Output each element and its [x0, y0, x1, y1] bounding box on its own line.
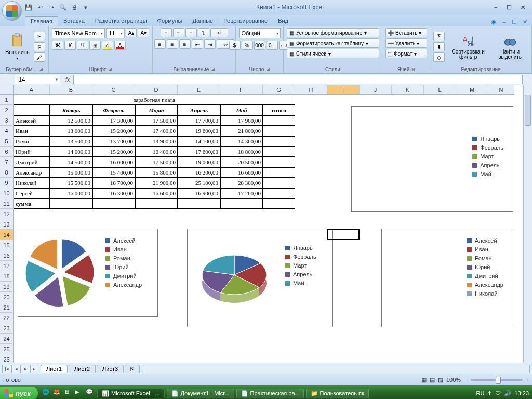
decrease-indent-button[interactable]: ⇤ [192, 39, 203, 49]
row-header-26[interactable]: 26 [0, 354, 14, 363]
cell[interactable] [263, 126, 295, 136]
view-normal-button[interactable]: ▦ [421, 377, 427, 383]
ribbon-tab-3[interactable]: Формулы [152, 16, 188, 26]
save-icon[interactable]: 💾 [24, 3, 33, 12]
cell[interactable]: 15 500,00 [50, 178, 92, 188]
autosum-button[interactable]: Σ [433, 32, 445, 41]
cell[interactable] [263, 198, 295, 209]
cell[interactable]: 13 900,00 [135, 136, 178, 147]
cell[interactable]: 12 500,00 [50, 115, 92, 126]
paste-button[interactable]: Вставить ▾ [3, 32, 32, 62]
cell[interactable]: 19 600,00 [178, 126, 220, 136]
taskbar-item[interactable]: 📄Документ1 - Micr... [167, 389, 234, 398]
cell[interactable] [263, 136, 295, 147]
taskbar-item[interactable]: 📁Пользователь пк [306, 389, 369, 398]
col-header-I[interactable]: I [327, 85, 360, 95]
merged-title-cell[interactable]: заработная плата [14, 95, 295, 105]
doc-close-button[interactable]: ✕ [521, 18, 529, 26]
cell[interactable]: 15 400,00 [92, 167, 135, 178]
sort-filter-button[interactable]: АЯ Сортировка и фильтр [447, 33, 489, 61]
next-sheet-button[interactable]: ▸ [21, 365, 30, 373]
col-header-L[interactable]: L [424, 85, 456, 95]
cell[interactable]: Николай [14, 178, 50, 188]
col-header-E[interactable]: E [178, 85, 220, 95]
number-format-combo[interactable]: Общий [239, 28, 281, 38]
font-size-combo[interactable]: 11 [106, 28, 125, 38]
row-header-19[interactable]: 19 [0, 282, 14, 292]
align-left-button[interactable]: ≡ [154, 39, 166, 49]
cell[interactable]: 16 600,00 [135, 188, 178, 198]
col-header-J[interactable]: J [360, 85, 392, 95]
desktop-icon[interactable]: 🖥 [64, 389, 73, 398]
cell[interactable] [263, 115, 295, 126]
grow-font-button[interactable]: A▴ [126, 28, 137, 37]
currency-button[interactable]: $ [229, 41, 241, 50]
cell[interactable]: 16 000,00 [92, 157, 135, 167]
close-button[interactable]: ✕ [516, 3, 529, 11]
chart-2[interactable]: АлексейИванРоманЮрийДмитрийАлександр [18, 229, 158, 317]
row-header-21[interactable]: 21 [0, 302, 14, 313]
fill-color-button[interactable]: ◇ [102, 41, 113, 50]
select-all-corner[interactable] [0, 85, 14, 95]
orientation-button[interactable]: ⤵ [198, 28, 209, 37]
italic-button[interactable]: К [64, 41, 76, 50]
chart-3[interactable]: ЯнварьФевральМартАпрельМай [187, 229, 332, 327]
fill-button[interactable]: ⬇ [433, 42, 445, 51]
cell[interactable] [14, 105, 50, 115]
minimize-button[interactable]: – [489, 3, 502, 11]
cell[interactable]: 13 000,00 [50, 126, 92, 136]
zoom-in-button[interactable]: + [526, 377, 529, 383]
cell[interactable]: 16 000,00 [50, 188, 92, 198]
format-as-table-button[interactable]: ▦ Форматировать как таблицу ▾ [287, 38, 379, 48]
cell[interactable] [263, 178, 295, 188]
row-header-14[interactable]: 14 [0, 230, 14, 240]
zoom-slider[interactable] [471, 379, 523, 381]
conditional-format-button[interactable]: ▦ Условное форматирование ▾ [287, 28, 379, 37]
row-header-1[interactable]: 1 [0, 95, 14, 105]
cell[interactable]: Юрий [14, 147, 50, 157]
cell[interactable]: Январь [50, 105, 92, 115]
ribbon-tab-1[interactable]: Вставка [58, 16, 90, 26]
cell[interactable]: Февраль [92, 105, 135, 115]
dialog-launcher-icon[interactable]: ◢ [266, 66, 270, 72]
cell[interactable]: 17 200,00 [220, 188, 263, 198]
sheet-tab-Лист2[interactable]: Лист2 [69, 365, 96, 373]
last-sheet-button[interactable]: ▸| [30, 365, 39, 373]
border-button[interactable]: ⊞ [89, 41, 101, 50]
horizontal-scrollbar[interactable] [142, 365, 530, 373]
taskbar-item[interactable]: 📄Практическая ра... [236, 389, 304, 398]
fx-icon[interactable]: fx [65, 76, 70, 83]
cell[interactable]: 17 500,00 [135, 115, 178, 126]
align-center-button[interactable]: ≡ [167, 39, 178, 49]
cell[interactable]: 15 800,00 [135, 167, 178, 178]
cell[interactable]: 16 200,00 [178, 167, 220, 178]
cell[interactable]: Май [220, 105, 263, 115]
col-header-D[interactable]: D [135, 85, 178, 95]
row-header-22[interactable]: 22 [0, 313, 14, 323]
new-sheet-button[interactable]: ⎘ [125, 365, 140, 373]
chrome-icon[interactable]: 🌐 [42, 389, 51, 398]
cell[interactable]: итого [263, 105, 295, 115]
dialog-launcher-icon[interactable]: ◢ [108, 66, 112, 72]
clock[interactable]: 13:23 [514, 390, 529, 396]
ribbon-tab-0[interactable]: Главная [25, 16, 58, 26]
cell[interactable] [263, 188, 295, 198]
cell[interactable] [178, 198, 220, 209]
cut-button[interactable]: ✂ [34, 32, 45, 41]
align-top-button[interactable]: ≡ [161, 28, 172, 37]
ribbon-tab-2[interactable]: Разметка страницы [90, 16, 152, 26]
cell[interactable]: 14 300,00 [220, 136, 263, 147]
print-preview-icon[interactable]: 🔍 [58, 3, 68, 12]
row-header-13[interactable]: 13 [0, 219, 14, 230]
col-header-G[interactable]: G [263, 85, 295, 95]
ribbon-tab-6[interactable]: Вид [273, 16, 294, 26]
row-header-24[interactable]: 24 [0, 334, 14, 344]
underline-button[interactable]: Ч [77, 41, 88, 50]
start-button[interactable]: пуск [0, 387, 38, 399]
prev-sheet-button[interactable]: ◂ [11, 365, 21, 373]
zoom-out-button[interactable]: − [464, 377, 467, 383]
row-header-4[interactable]: 4 [0, 126, 14, 136]
row-header-9[interactable]: 9 [0, 178, 14, 188]
row-header-8[interactable]: 8 [0, 167, 14, 178]
row-header-18[interactable]: 18 [0, 271, 14, 282]
